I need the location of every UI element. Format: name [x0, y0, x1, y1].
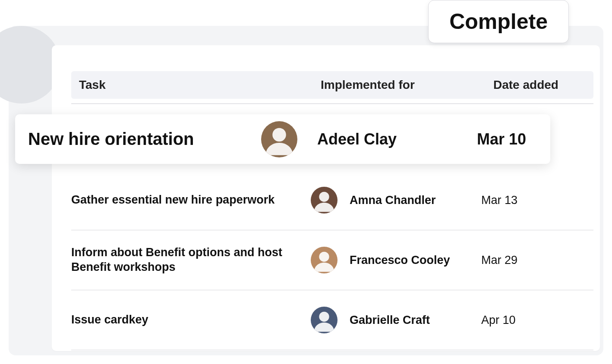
task-name: Issue cardkey — [71, 313, 311, 327]
person-name: Gabrielle Craft — [350, 314, 481, 327]
tab-complete[interactable]: Complete — [428, 0, 569, 43]
col-task: Task — [79, 78, 321, 92]
svg-point-3 — [319, 252, 329, 262]
task-name: Gather essential new hire paperwork — [71, 193, 311, 207]
date-added: Mar 10 — [477, 130, 537, 148]
task-name: New hire orientation — [28, 129, 261, 149]
table-header: Task Implemented for Date added — [71, 71, 593, 99]
task-row[interactable]: Issue cardkey Gabrielle Craft Apr 10 — [71, 290, 593, 350]
svg-point-4 — [319, 312, 329, 322]
person-name: Francesco Cooley — [350, 254, 481, 267]
avatar — [311, 247, 338, 273]
svg-point-1 — [272, 128, 286, 141]
date-added: Mar 29 — [481, 254, 593, 267]
date-added: Apr 10 — [481, 314, 593, 327]
task-row[interactable]: Gather essential new hire paperwork Amna… — [71, 170, 593, 230]
date-added: Mar 13 — [481, 194, 593, 207]
person-name: Adeel Clay — [317, 130, 477, 148]
task-rows: Gather essential new hire paperwork Amna… — [71, 170, 593, 350]
header-divider — [71, 104, 593, 104]
task-row-highlighted[interactable]: New hire orientation Adeel Clay Mar 10 — [15, 114, 550, 164]
person-icon — [261, 121, 297, 157]
col-date-added: Date added — [493, 78, 586, 92]
task-list-screen: Complete Task Implemented for Date added… — [0, 0, 612, 364]
svg-point-2 — [319, 192, 329, 202]
task-name: Inform about Benefit options and host Be… — [71, 245, 311, 275]
avatar — [311, 307, 338, 333]
person-name: Amna Chandler — [350, 194, 481, 207]
person-icon — [311, 247, 338, 273]
avatar — [311, 187, 338, 213]
person-icon — [311, 187, 338, 213]
task-row[interactable]: Inform about Benefit options and host Be… — [71, 230, 593, 290]
avatar — [261, 121, 297, 157]
col-implemented-for: Implemented for — [321, 78, 493, 92]
person-icon — [311, 307, 338, 333]
